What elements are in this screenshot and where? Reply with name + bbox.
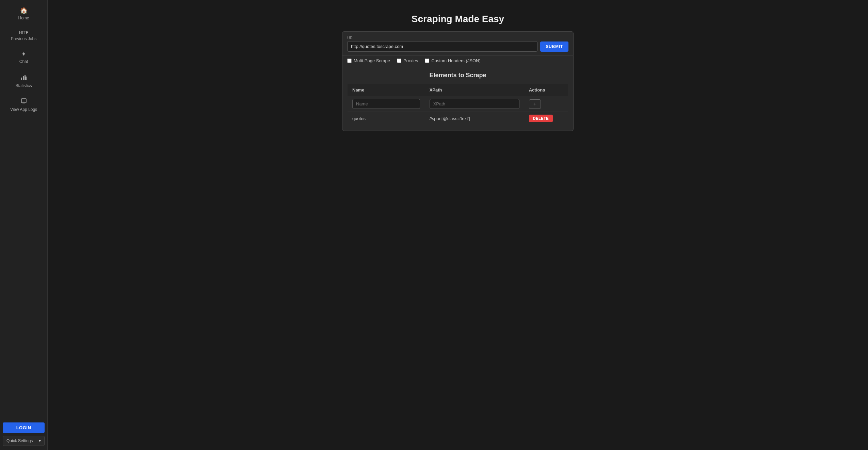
row-xpath-cell: //span[@class='text'] — [425, 112, 524, 125]
multi-page-scrape-checkbox[interactable] — [347, 59, 352, 63]
col-header-name: Name — [348, 84, 425, 96]
sidebar-item-previous-jobs-label: Previous Jobs — [11, 36, 36, 42]
row-action-cell: DELETE — [524, 112, 568, 125]
sidebar-item-statistics-label: Statistics — [15, 83, 32, 89]
url-section: URL SUBMIT — [342, 31, 574, 55]
quick-settings-button[interactable]: Quick Settings ▾ — [3, 436, 45, 446]
col-header-xpath: XPath — [425, 84, 524, 96]
url-input[interactable] — [347, 41, 537, 52]
url-row: SUBMIT — [347, 41, 568, 52]
statistics-icon — [21, 74, 27, 81]
multi-page-scrape-option[interactable]: Multi-Page Scrape — [347, 58, 390, 63]
sidebar-item-view-app-logs-label: View App Logs — [10, 107, 37, 113]
elements-table: Name XPath Actions — [347, 84, 568, 125]
delete-button[interactable]: DELETE — [529, 115, 553, 122]
sidebar-item-chat[interactable]: ✦ Chat — [0, 46, 47, 69]
elements-title: Elements to Scrape — [347, 72, 568, 79]
svg-rect-5 — [22, 103, 25, 103]
svg-rect-3 — [26, 77, 27, 80]
svg-rect-0 — [21, 78, 22, 80]
name-input-cell — [348, 96, 425, 112]
content-wrapper: Scraping Made Easy URL SUBMIT Multi-Page… — [342, 14, 574, 131]
add-element-button[interactable]: + — [529, 99, 541, 109]
table-input-row: + — [348, 96, 568, 112]
sidebar-item-statistics[interactable]: Statistics — [0, 69, 47, 94]
page-title: Scraping Made Easy — [342, 14, 574, 24]
sidebar-item-view-app-logs[interactable]: View App Logs — [0, 93, 47, 117]
proxies-option[interactable]: Proxies — [397, 58, 418, 63]
elements-section: Elements to Scrape Name XPath Actions — [342, 66, 574, 131]
submit-button[interactable]: SUBMIT — [540, 41, 568, 52]
sidebar-item-previous-jobs[interactable]: HTTP Previous Jobs — [0, 26, 47, 47]
svg-rect-2 — [25, 75, 26, 80]
sidebar-item-home-label: Home — [18, 16, 29, 21]
sidebar-bottom: LOGIN Quick Settings ▾ — [0, 418, 47, 450]
sidebar-item-chat-label: Chat — [19, 59, 28, 65]
app-logs-icon — [21, 98, 27, 105]
proxies-checkbox[interactable] — [397, 59, 401, 63]
svg-rect-4 — [21, 99, 26, 103]
row-name-cell: quotes — [348, 112, 425, 125]
svg-rect-1 — [23, 76, 24, 80]
chevron-down-icon: ▾ — [39, 438, 41, 443]
proxies-label: Proxies — [403, 58, 418, 63]
row-name-value: quotes — [352, 116, 366, 121]
options-row: Multi-Page Scrape Proxies Custom Headers… — [342, 55, 574, 66]
custom-headers-checkbox[interactable] — [425, 59, 429, 63]
custom-headers-label: Custom Headers (JSON) — [431, 58, 480, 63]
name-input[interactable] — [352, 99, 420, 109]
add-action-cell: + — [524, 96, 568, 112]
http-icon: HTTP — [19, 31, 28, 34]
login-button[interactable]: LOGIN — [3, 422, 45, 433]
quick-settings-label: Quick Settings — [6, 438, 33, 443]
sidebar-nav: 🏠 Home HTTP Previous Jobs ✦ Chat Statist… — [0, 0, 47, 418]
url-label: URL — [347, 36, 568, 40]
xpath-input[interactable] — [430, 99, 519, 109]
multi-page-scrape-label: Multi-Page Scrape — [354, 58, 390, 63]
table-header: Name XPath Actions — [348, 84, 568, 96]
col-header-actions: Actions — [524, 84, 568, 96]
row-xpath-value: //span[@class='text'] — [430, 116, 470, 121]
chat-icon: ✦ — [21, 51, 26, 57]
custom-headers-option[interactable]: Custom Headers (JSON) — [425, 58, 480, 63]
main-content: Scraping Made Easy URL SUBMIT Multi-Page… — [48, 0, 868, 450]
sidebar-item-home[interactable]: 🏠 Home — [0, 3, 47, 26]
table-body: + quotes //span[@class='text'] DELETE — [348, 96, 568, 125]
xpath-input-cell — [425, 96, 524, 112]
sidebar: 🏠 Home HTTP Previous Jobs ✦ Chat Statist… — [0, 0, 48, 450]
table-row: quotes //span[@class='text'] DELETE — [348, 112, 568, 125]
home-icon: 🏠 — [20, 7, 28, 14]
